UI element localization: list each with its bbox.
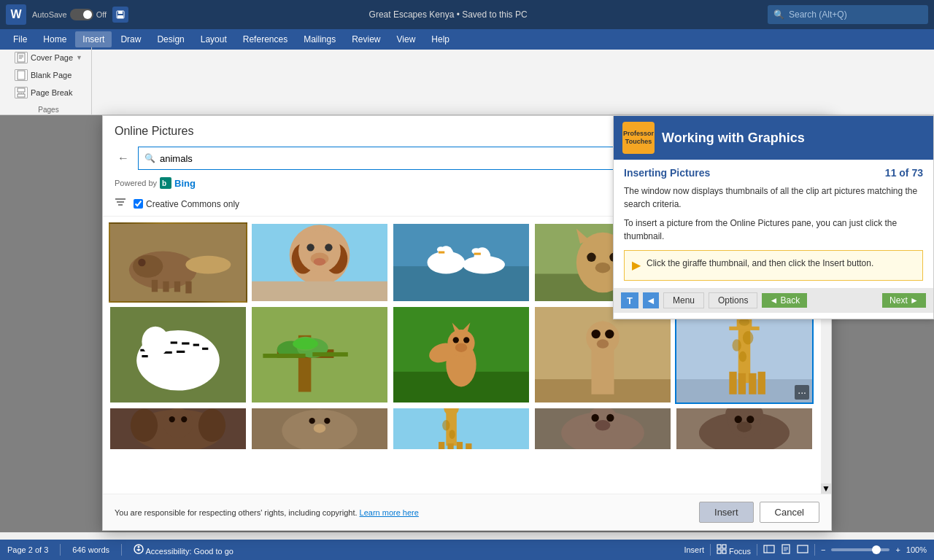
menu-draw[interactable]: Draw (113, 31, 148, 47)
save-button[interactable] (112, 7, 128, 23)
svg-point-125 (131, 409, 158, 442)
zoom-slider[interactable] (831, 548, 889, 551)
insert-mode[interactable]: Insert (684, 545, 704, 554)
zoom-slider-thumb[interactable] (872, 545, 881, 554)
view-print-icon[interactable] (781, 544, 791, 556)
creative-commons-filter[interactable]: Creative Commons only (134, 199, 239, 209)
menu-layout[interactable]: Layout (193, 31, 234, 47)
helper-body: Inserting Pictures 11 of 73 The window n… (614, 160, 933, 288)
svg-point-126 (198, 409, 225, 442)
svg-rect-68 (171, 341, 177, 343)
helper-options-button[interactable]: Options (709, 292, 757, 308)
helper-arrow-button[interactable]: ◄ (643, 292, 659, 308)
accessibility-status: Accessibility: Good to go (134, 544, 234, 556)
svg-point-134 (324, 418, 330, 424)
view-normal-icon[interactable] (763, 544, 775, 556)
scrollbar-down-arrow[interactable]: ▼ (821, 483, 831, 494)
helper-next-button[interactable]: Next ► (882, 293, 926, 308)
svg-rect-34 (252, 281, 387, 301)
svg-rect-167 (722, 550, 726, 553)
learn-more-link[interactable]: Learn more here (360, 508, 419, 517)
cover-page-button[interactable]: Cover Page ▼ (12, 50, 85, 65)
helper-back-button[interactable]: ◄ Back (762, 293, 807, 308)
svg-rect-168 (764, 545, 774, 553)
menu-help[interactable]: Help (424, 31, 457, 47)
svg-point-104 (597, 339, 609, 348)
page-break-button[interactable]: Page Break (12, 85, 85, 100)
svg-point-140 (442, 420, 449, 430)
helper-t-button[interactable]: T (621, 292, 638, 308)
svg-point-161 (138, 546, 140, 548)
menu-review[interactable]: Review (344, 31, 387, 47)
focus-button[interactable]: Focus (717, 544, 751, 556)
autosave-toggle[interactable] (70, 9, 93, 20)
image-giraffe[interactable]: ··· (675, 306, 814, 404)
image-squirrel[interactable] (392, 306, 530, 404)
image-beagle[interactable] (250, 222, 389, 303)
menu-file[interactable]: File (6, 31, 34, 47)
giraffe-image (676, 307, 812, 402)
creative-commons-checkbox[interactable] (134, 199, 143, 209)
ram-image (110, 408, 246, 449)
monkey-image (252, 408, 387, 449)
helper-menu-button[interactable]: Menu (663, 292, 704, 308)
image-meerkat[interactable] (533, 306, 672, 404)
svg-rect-21 (163, 281, 169, 292)
image-ram[interactable] (109, 407, 247, 451)
more-options-icon[interactable]: ··· (795, 385, 809, 400)
menu-home[interactable]: Home (36, 31, 74, 47)
status-divider5 (814, 544, 815, 556)
svg-point-150 (606, 414, 614, 421)
menu-design[interactable]: Design (150, 31, 191, 47)
view-web-icon[interactable] (797, 544, 808, 556)
svg-point-151 (595, 420, 611, 430)
squirrel-image (393, 307, 529, 402)
svg-point-149 (592, 414, 599, 421)
svg-rect-71 (202, 348, 208, 350)
baboon-image (535, 408, 671, 449)
svg-point-133 (309, 418, 315, 424)
menu-insert[interactable]: Insert (75, 31, 112, 47)
document-title: Great Escapes Kenya • Saved to this PC (134, 9, 762, 20)
cancel-button[interactable]: Cancel (760, 502, 819, 523)
helper-header: ProfessorTouches Working with Graphics (614, 116, 933, 160)
svg-rect-72 (142, 355, 147, 357)
menu-mailings[interactable]: Mailings (296, 31, 343, 47)
zoom-in-button[interactable]: + (895, 545, 900, 554)
instruction-text: Click the giraffe thumbnail, and then cl… (647, 257, 873, 270)
svg-rect-40 (439, 252, 444, 254)
image-monkey[interactable] (250, 407, 389, 451)
menu-references[interactable]: References (236, 31, 295, 47)
svg-point-24 (185, 256, 231, 274)
svg-rect-23 (185, 281, 191, 294)
image-boar[interactable] (109, 222, 247, 303)
svg-point-129 (181, 416, 187, 422)
svg-point-121 (743, 331, 753, 345)
search-bar[interactable]: 🔍 Search (Alt+Q) (768, 5, 928, 24)
svg-point-33 (314, 258, 326, 265)
instruction-arrow-icon: ▶ (632, 257, 641, 274)
menu-view[interactable]: View (390, 31, 423, 47)
helper-subtitle: Inserting Pictures 11 of 73 (624, 167, 923, 179)
zoom-out-button[interactable]: − (821, 545, 825, 554)
dialog-back-button[interactable]: ← (115, 149, 132, 168)
blank-page-button[interactable]: Blank Page (12, 68, 85, 82)
main-area: with any guest or employee violating thi… (0, 115, 934, 532)
image-swans[interactable] (392, 222, 530, 303)
svg-rect-70 (193, 344, 199, 346)
image-zebra[interactable] (109, 306, 247, 404)
insert-button[interactable]: Insert (699, 502, 754, 523)
creative-commons-label: Creative Commons only (146, 199, 239, 209)
filter-icon[interactable] (115, 198, 126, 210)
page-break-icon (15, 87, 28, 98)
svg-point-102 (592, 330, 601, 338)
image-bear[interactable] (675, 407, 814, 451)
image-birds[interactable] (250, 306, 389, 404)
image-baboon[interactable] (533, 407, 672, 451)
birds-image (252, 307, 387, 402)
svg-point-29 (298, 230, 341, 273)
svg-rect-3 (18, 53, 25, 62)
image-giraffe2[interactable] (392, 407, 530, 451)
svg-point-122 (739, 351, 746, 362)
zoom-level[interactable]: 100% (906, 545, 927, 554)
